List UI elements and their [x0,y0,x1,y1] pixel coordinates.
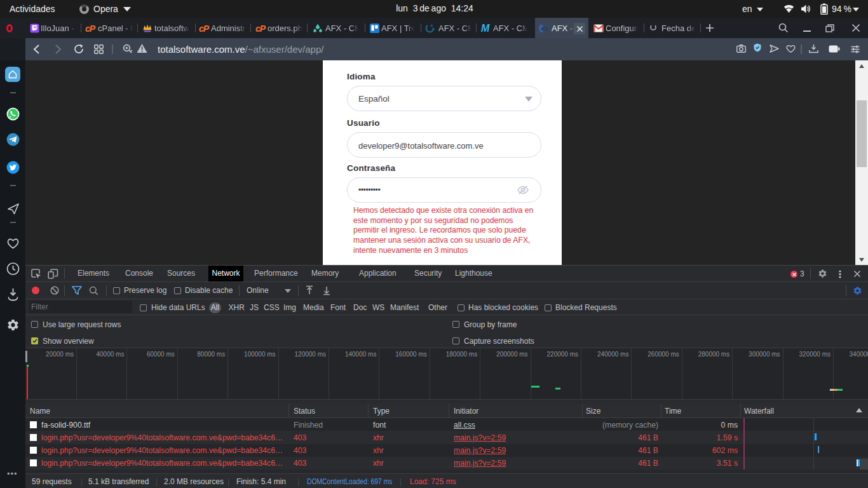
svg-text:fx: fx [432,27,435,30]
svg-text:afx: afx [541,25,549,32]
